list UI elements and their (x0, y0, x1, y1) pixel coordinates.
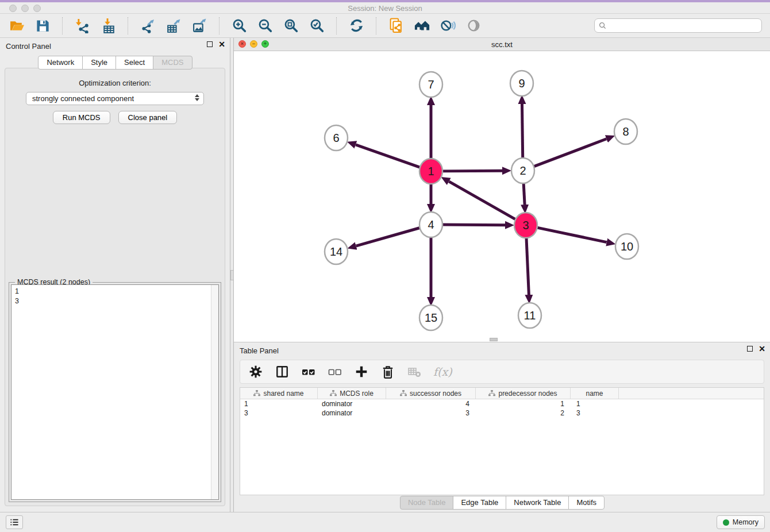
tab-network-table[interactable]: Network Table (506, 496, 569, 510)
table-panel: Table Panel ✕ f(x) shared name MCDS role… (234, 342, 770, 512)
network-window-titlebar: × − + scc.txt (234, 38, 770, 51)
graph-node-10[interactable]: 10 (615, 234, 638, 259)
close-panel-button[interactable]: Close panel (118, 111, 178, 124)
network-graph[interactable]: 7968124314101511 (234, 51, 770, 342)
result-scrollbar[interactable] (211, 285, 218, 499)
tab-network[interactable]: Network (38, 56, 83, 70)
cell-successor-nodes[interactable]: 3 (386, 409, 476, 417)
column-header-predecessor-nodes[interactable]: predecessor nodes (476, 388, 571, 399)
toolbar-separator (128, 17, 128, 34)
mcds-result-line: 1 (15, 287, 215, 296)
close-panel-icon[interactable]: ✕ (218, 41, 225, 47)
zoom-out-icon[interactable] (256, 17, 274, 34)
cell-mcds-role[interactable]: dominator (318, 400, 386, 408)
graph-node-11[interactable]: 11 (518, 303, 541, 328)
column-header-name[interactable]: name (571, 388, 619, 399)
show-details-icon[interactable] (465, 17, 482, 34)
graph-edge-1-6[interactable] (356, 145, 420, 167)
graph-node-4[interactable]: 4 (419, 212, 442, 237)
memory-button[interactable]: Memory (717, 515, 765, 529)
import-network-icon[interactable] (74, 17, 91, 34)
toolbar-separator (62, 17, 63, 34)
cell-name[interactable]: 3 (571, 409, 619, 417)
network-view-window: × − + scc.txt 7968124314101511 (234, 38, 770, 342)
cell-predecessor-nodes[interactable]: 1 (476, 400, 571, 408)
tab-node-table[interactable]: Node Table (400, 496, 454, 510)
graph-node-8[interactable]: 8 (614, 119, 637, 144)
network-canvas[interactable]: 7968124314101511 (234, 51, 770, 342)
export-image-icon[interactable] (191, 17, 208, 34)
network-window-title: scc.txt (234, 40, 770, 49)
task-history-button[interactable] (6, 515, 23, 529)
graph-node-1[interactable]: 1 (419, 159, 442, 184)
control-panel: Control Panel ✕ Network Style Select MCD… (0, 38, 230, 512)
graph-edge-2-8[interactable] (534, 139, 607, 167)
zoom-selected-icon[interactable] (308, 17, 325, 34)
mcds-result-area[interactable]: 1 3 (11, 284, 219, 500)
svg-text:10: 10 (621, 240, 633, 253)
tab-style[interactable]: Style (82, 56, 116, 70)
graph-node-7[interactable]: 7 (419, 72, 442, 97)
cell-mcds-role[interactable]: dominator (318, 409, 386, 417)
zoom-in-icon[interactable] (230, 17, 248, 34)
import-table-icon[interactable] (99, 17, 117, 34)
zoom-fit-icon[interactable] (282, 17, 299, 34)
graph-edge-1-2[interactable] (442, 171, 502, 171)
control-panel-tabs: Network Style Select MCDS (0, 56, 230, 70)
graph-edge-3-10[interactable] (537, 228, 607, 242)
cell-successor-nodes[interactable]: 4 (386, 400, 476, 408)
cell-shared-name[interactable]: 3 (240, 409, 318, 417)
graph-edge-3-1[interactable] (449, 182, 515, 219)
svg-text:6: 6 (333, 132, 339, 144)
graph-node-2[interactable]: 2 (511, 158, 534, 183)
graph-node-14[interactable]: 14 (325, 239, 348, 264)
cell-predecessor-nodes[interactable]: 2 (476, 409, 571, 417)
run-mcds-button[interactable]: Run MCDS (53, 111, 110, 124)
cell-name[interactable]: 1 (571, 400, 619, 408)
column-header-mcds-role[interactable]: MCDS role (318, 388, 386, 399)
memory-label: Memory (733, 518, 759, 526)
graph-edge-2-9[interactable] (522, 104, 522, 159)
save-session-icon[interactable] (34, 17, 51, 34)
table-panel-title: Table Panel (240, 346, 279, 355)
cell-shared-name[interactable]: 1 (240, 400, 318, 408)
graph-edge-2-3[interactable] (523, 182, 525, 205)
float-panel-icon[interactable] (207, 41, 213, 47)
graph-node-3[interactable]: 3 (514, 213, 537, 238)
canvas-scrollbar-handle[interactable] (490, 338, 498, 341)
float-table-panel-icon[interactable] (747, 346, 753, 352)
table-row[interactable]: 3 dominator 3 2 3 (240, 408, 764, 418)
select-all-icon[interactable] (301, 364, 316, 379)
columns-icon[interactable] (275, 364, 290, 379)
refresh-icon[interactable] (348, 17, 365, 34)
gear-icon[interactable] (248, 364, 263, 379)
graph-node-15[interactable]: 15 (419, 305, 442, 330)
column-header-shared-name[interactable]: shared name (240, 388, 318, 399)
graph-node-9[interactable]: 9 (510, 71, 533, 96)
selected-criterion: strongly connected component (32, 94, 134, 103)
graph-edge-3-11[interactable] (526, 237, 529, 295)
tab-edge-table[interactable]: Edge Table (453, 496, 506, 510)
export-table-icon[interactable] (165, 17, 182, 34)
mcds-result-line: 3 (15, 296, 215, 306)
tab-motifs[interactable]: Motifs (568, 496, 605, 510)
graph-edge-4-14[interactable] (356, 228, 420, 246)
home-icon[interactable] (413, 17, 430, 34)
tab-select[interactable]: Select (116, 56, 153, 70)
delete-column-icon[interactable] (380, 364, 395, 379)
search-input[interactable] (609, 21, 758, 30)
tab-mcds[interactable]: MCDS (153, 56, 192, 70)
first-neighbors-icon[interactable] (387, 17, 405, 34)
export-network-icon[interactable] (139, 17, 156, 34)
add-column-icon[interactable] (354, 364, 369, 379)
open-session-icon[interactable] (8, 17, 25, 34)
deselect-all-icon[interactable] (328, 364, 342, 379)
close-table-panel-icon[interactable]: ✕ (759, 346, 765, 352)
optimization-criterion-select[interactable]: strongly connected component (26, 92, 204, 105)
table-toolbar: f(x) (240, 360, 764, 384)
column-header-successor-nodes[interactable]: successor nodes (386, 388, 476, 399)
table-row[interactable]: 1 dominator 4 1 1 (240, 399, 764, 408)
graph-node-6[interactable]: 6 (325, 125, 348, 151)
hide-details-icon[interactable] (439, 17, 456, 34)
graph-edge-4-3[interactable] (442, 225, 505, 225)
